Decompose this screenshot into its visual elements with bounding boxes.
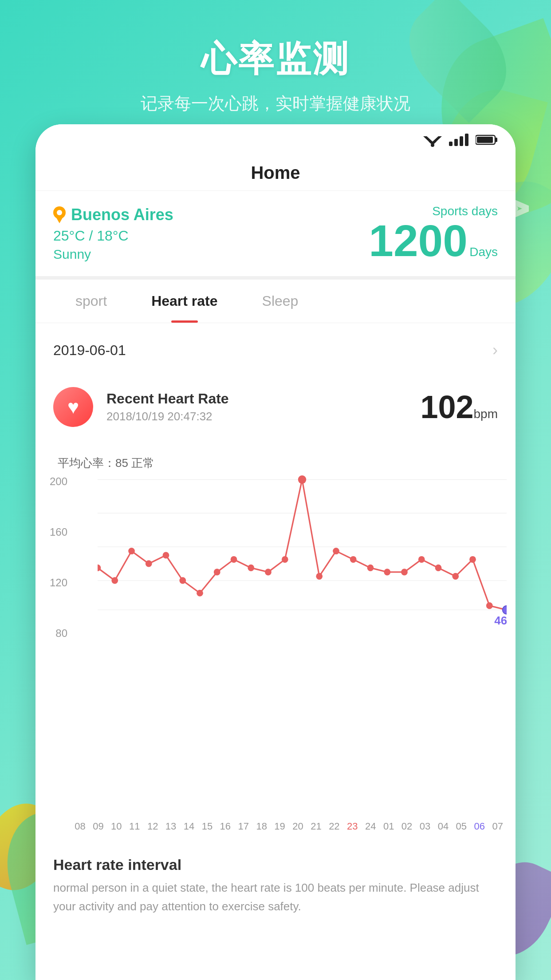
- heart-rate-svg-chart: 182 46: [71, 475, 507, 635]
- chart-avg-label: 平均心率：85 正常: [44, 455, 507, 471]
- chart-y-labels: 200 160 120 80: [44, 475, 71, 640]
- x-label-24: 24: [362, 821, 380, 832]
- svg-point-23: [231, 556, 237, 563]
- y-label-80: 80: [55, 627, 67, 640]
- phone-mockup: Home Buenos Aires 25°C / 18°C Sunny: [35, 124, 516, 980]
- phone-container: Home Buenos Aires 25°C / 18°C Sunny: [35, 124, 516, 980]
- x-label-23: 23: [343, 821, 362, 832]
- x-label-22: 22: [325, 821, 343, 832]
- weather-condition: Sunny: [53, 247, 173, 262]
- heart-rate-chart-container: 平均心率：85 正常 200 160 120 80: [35, 442, 516, 841]
- svg-point-25: [265, 569, 272, 575]
- signal-bar-4: [465, 134, 468, 146]
- nav-title: Home: [251, 163, 300, 183]
- svg-point-3: [431, 143, 434, 147]
- svg-point-34: [401, 569, 408, 575]
- heart-rate-title: Recent Heart Rate: [106, 391, 229, 407]
- tab-heart-rate[interactable]: Heart rate: [129, 280, 240, 323]
- y-label-160: 160: [50, 526, 67, 538]
- svg-point-8: [57, 210, 62, 215]
- weather-info: Buenos Aires 25°C / 18°C Sunny: [53, 205, 173, 262]
- svg-text:46: 46: [494, 614, 507, 627]
- svg-point-22: [214, 569, 220, 575]
- svg-text:182: 182: [298, 475, 317, 476]
- page-main-title: 心率监测: [0, 36, 551, 83]
- svg-point-29: [316, 573, 323, 580]
- signal-bars: [449, 134, 468, 146]
- x-label-20: 20: [289, 821, 307, 832]
- x-label-08: 08: [71, 821, 89, 832]
- nav-bar: Home: [35, 155, 516, 191]
- svg-point-26: [282, 556, 288, 563]
- chart-x-labels: 08 09 10 11 12 13 14 15 16 17 18 19 20 2…: [44, 817, 507, 832]
- header-area: 心率监测 记录每一次心跳，实时掌握健康状况: [0, 36, 551, 115]
- x-label-05: 05: [452, 821, 470, 832]
- x-label-19: 19: [271, 821, 289, 832]
- tab-sleep[interactable]: Sleep: [240, 280, 321, 323]
- x-label-02: 02: [398, 821, 416, 832]
- page-sub-title: 记录每一次心跳，实时掌握健康状况: [0, 92, 551, 115]
- heart-rate-datetime: 2018/10/19 20:47:32: [106, 410, 229, 423]
- x-label-10: 10: [107, 821, 126, 832]
- sports-number-row: 1200 Days: [369, 218, 498, 263]
- heart-rate-info: Recent Heart Rate 2018/10/19 20:47:32: [106, 391, 229, 423]
- bpm-unit: bpm: [474, 407, 498, 421]
- x-label-03: 03: [416, 821, 434, 832]
- svg-marker-9: [56, 217, 63, 223]
- interval-title: Heart rate interval: [53, 856, 498, 873]
- x-label-21: 21: [307, 821, 325, 832]
- city-row: Buenos Aires: [53, 205, 173, 224]
- x-label-01: 01: [380, 821, 398, 832]
- x-label-14: 14: [180, 821, 198, 832]
- x-label-11: 11: [126, 821, 144, 832]
- svg-point-33: [384, 569, 390, 575]
- svg-point-35: [418, 556, 425, 563]
- svg-point-39: [486, 602, 493, 609]
- y-label-200: 200: [50, 475, 67, 488]
- date-text: 2019-06-01: [53, 342, 126, 359]
- y-label-120: 120: [50, 577, 67, 589]
- svg-point-16: [111, 577, 118, 584]
- svg-point-20: [179, 577, 186, 584]
- svg-point-21: [197, 590, 203, 597]
- signal-bar-3: [460, 136, 463, 146]
- x-label-15: 15: [198, 821, 216, 832]
- chevron-right-icon: ›: [492, 341, 498, 360]
- battery-icon: [476, 134, 498, 146]
- temperature: 25°C / 18°C: [53, 228, 173, 244]
- location-pin-icon: [53, 206, 66, 223]
- svg-point-17: [128, 548, 135, 554]
- svg-point-38: [469, 556, 476, 563]
- signal-bar-2: [454, 139, 458, 146]
- x-label-12: 12: [144, 821, 162, 832]
- heart-icon-circle: ♥: [53, 387, 93, 427]
- city-name: Buenos Aires: [71, 205, 173, 224]
- svg-point-31: [350, 556, 357, 563]
- sports-unit: Days: [469, 245, 498, 259]
- x-label-13: 13: [162, 821, 180, 832]
- tab-sport[interactable]: sport: [53, 280, 129, 323]
- status-bar: [35, 124, 516, 155]
- tabs-bar: sport Heart rate Sleep: [35, 280, 516, 323]
- svg-point-18: [146, 560, 152, 567]
- svg-rect-5: [495, 138, 497, 142]
- date-row[interactable]: 2019-06-01 ›: [35, 328, 516, 372]
- svg-point-24: [248, 565, 254, 571]
- x-label-17: 17: [234, 821, 252, 832]
- heart-icon: ♥: [67, 396, 79, 418]
- svg-point-37: [452, 573, 459, 580]
- bottom-section: Heart rate interval normal person in a q…: [35, 843, 516, 929]
- bpm-display: 102bpm: [420, 389, 498, 425]
- svg-point-15: [94, 565, 101, 571]
- svg-point-27: [298, 475, 306, 484]
- svg-point-32: [367, 565, 374, 571]
- sports-stats: Sports days 1200 Days: [369, 204, 498, 263]
- weather-stats-section: Buenos Aires 25°C / 18°C Sunny Sports da…: [35, 191, 516, 280]
- svg-point-19: [163, 552, 169, 558]
- x-label-18: 18: [252, 821, 271, 832]
- sports-number: 1200: [369, 216, 467, 265]
- svg-point-40: [503, 606, 507, 614]
- x-label-16: 16: [216, 821, 234, 832]
- bpm-value: 102: [420, 389, 473, 425]
- wifi-icon: [423, 133, 442, 147]
